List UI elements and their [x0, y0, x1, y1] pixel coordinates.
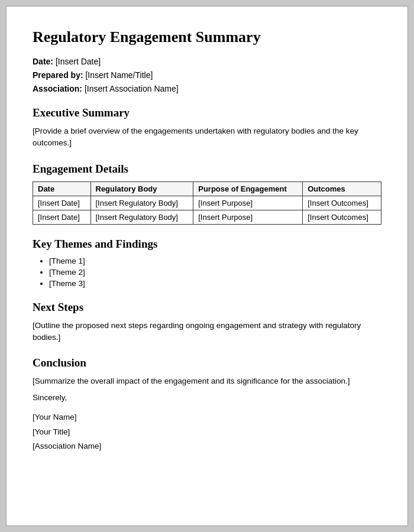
executive-summary-heading: Executive Summary: [33, 106, 381, 119]
document-title: Regulatory Engagement Summary: [33, 28, 381, 46]
table-cell-1-0: [Insert Date]: [33, 210, 91, 224]
conclusion-body: [Summarize the overall impact of the eng…: [33, 375, 381, 387]
association-value: [Insert Association Name]: [85, 84, 179, 93]
next-steps-body: [Outline the proposed next steps regardi…: [33, 320, 381, 344]
col-purpose: Purpose of Engagement: [193, 181, 303, 196]
table-cell-1-1: [Insert Regulatory Body]: [90, 210, 193, 224]
list-item: [Theme 1]: [49, 257, 381, 265]
document-page: Regulatory Engagement Summary Date: [Ins…: [6, 6, 408, 526]
sincerely-text: Sincerely,: [33, 393, 381, 402]
signature-block: [Your Name] [Your Title] [Association Na…: [33, 410, 381, 453]
table-cell-0-1: [Insert Regulatory Body]: [90, 196, 193, 210]
next-steps-heading: Next Steps: [33, 301, 381, 314]
prepared-by-line: Prepared by: [Insert Name/Title]: [33, 70, 381, 80]
table-header-row: Date Regulatory Body Purpose of Engageme…: [33, 181, 381, 196]
executive-summary-body: [Provide a brief overview of the engagem…: [33, 125, 381, 150]
signer-association: [Association Name]: [33, 439, 381, 453]
table-cell-0-0: [Insert Date]: [33, 196, 91, 210]
table-cell-0-3: [Insert Outcomes]: [303, 196, 381, 210]
prepared-by-label: Prepared by:: [33, 70, 83, 80]
col-date: Date: [33, 181, 91, 196]
key-themes-heading: Key Themes and Findings: [33, 238, 381, 251]
themes-list: [Theme 1][Theme 2][Theme 3]: [49, 257, 381, 288]
signer-title: [Your Title]: [33, 425, 381, 439]
col-outcomes: Outcomes: [303, 181, 381, 196]
list-item: [Theme 2]: [49, 268, 381, 277]
date-label: Date:: [33, 57, 53, 66]
table-row: [Insert Date][Insert Regulatory Body][In…: [33, 196, 381, 210]
list-item: [Theme 3]: [49, 279, 381, 288]
conclusion-heading: Conclusion: [33, 356, 381, 369]
date-value: [Insert Date]: [56, 57, 101, 66]
date-line: Date: [Insert Date]: [33, 57, 381, 66]
col-regulatory-body: Regulatory Body: [90, 181, 193, 196]
table-cell-1-2: [Insert Purpose]: [193, 210, 303, 224]
signer-name: [Your Name]: [33, 410, 381, 424]
association-label: Association:: [33, 84, 82, 93]
table-cell-1-3: [Insert Outcomes]: [303, 210, 381, 224]
association-line: Association: [Insert Association Name]: [33, 84, 381, 93]
table-cell-0-2: [Insert Purpose]: [193, 196, 303, 210]
table-row: [Insert Date][Insert Regulatory Body][In…: [33, 210, 381, 224]
engagement-table: Date Regulatory Body Purpose of Engageme…: [33, 181, 381, 225]
prepared-by-value: [Insert Name/Title]: [85, 70, 153, 80]
engagement-details-heading: Engagement Details: [33, 163, 381, 176]
